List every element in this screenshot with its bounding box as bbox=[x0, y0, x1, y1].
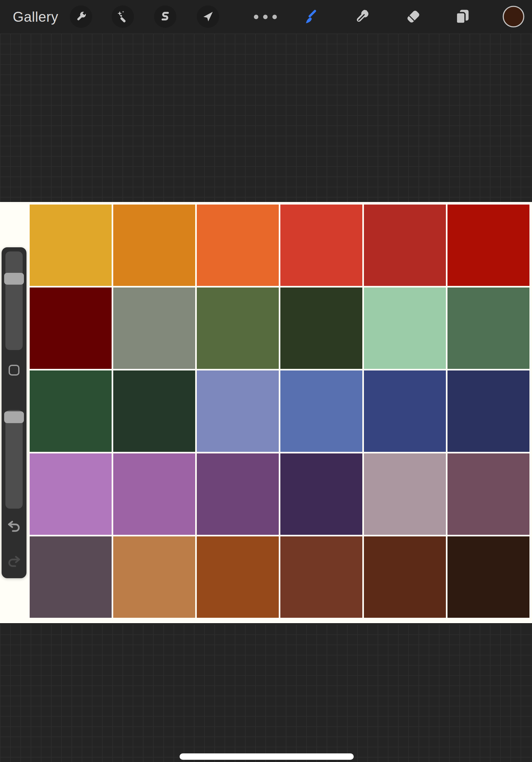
color-button[interactable] bbox=[502, 5, 525, 28]
color-swatch-r3c1[interactable] bbox=[30, 370, 112, 452]
top-toolbar: Gallery bbox=[0, 0, 532, 34]
color-swatch-r4c1[interactable] bbox=[30, 453, 112, 535]
layers-button[interactable] bbox=[451, 5, 474, 28]
color-swatch-r4c3[interactable] bbox=[197, 453, 279, 535]
more-options-button[interactable] bbox=[254, 0, 277, 34]
adjustments-button[interactable] bbox=[112, 5, 134, 28]
magic-wand-icon bbox=[116, 10, 129, 23]
brush-opacity-slider-handle[interactable] bbox=[4, 411, 24, 423]
color-swatch-r1c2[interactable] bbox=[113, 204, 195, 286]
palette-grid bbox=[30, 204, 529, 618]
ellipsis-icon bbox=[254, 15, 258, 19]
transform-button[interactable] bbox=[197, 5, 219, 28]
undo-icon bbox=[7, 520, 21, 534]
brush-size-slider[interactable] bbox=[5, 252, 23, 350]
layers-icon bbox=[454, 8, 471, 25]
color-swatch-r3c5[interactable] bbox=[364, 370, 446, 452]
color-swatch-r3c4[interactable] bbox=[280, 370, 362, 452]
color-swatch-r5c5[interactable] bbox=[364, 536, 446, 618]
canvas-surround-bottom bbox=[0, 623, 532, 762]
home-indicator[interactable] bbox=[179, 753, 354, 760]
selection-s-icon bbox=[159, 10, 171, 23]
brush-opacity-slider[interactable] bbox=[5, 410, 23, 509]
transform-arrow-icon bbox=[202, 10, 214, 23]
color-swatch-r2c6[interactable] bbox=[447, 287, 529, 369]
color-swatch-r5c1[interactable] bbox=[30, 536, 112, 618]
color-swatch-circle bbox=[502, 5, 525, 29]
color-swatch-r1c1[interactable] bbox=[30, 204, 112, 286]
canvas-surround-top bbox=[0, 34, 532, 203]
color-swatch-r4c4[interactable] bbox=[280, 453, 362, 535]
color-swatch-r3c6[interactable] bbox=[447, 370, 529, 452]
ellipsis-icon bbox=[263, 15, 268, 19]
color-swatch-r2c1[interactable] bbox=[30, 287, 112, 369]
actions-button[interactable] bbox=[70, 5, 92, 28]
drawing-canvas[interactable] bbox=[0, 202, 532, 623]
eraser-icon bbox=[405, 8, 422, 25]
smudge-button[interactable] bbox=[352, 5, 374, 28]
smudge-icon bbox=[355, 8, 372, 25]
color-swatch-r3c3[interactable] bbox=[197, 370, 279, 452]
eraser-button[interactable] bbox=[402, 5, 425, 28]
color-swatch-r5c3[interactable] bbox=[197, 536, 279, 618]
redo-icon bbox=[7, 555, 21, 569]
redo-button[interactable] bbox=[7, 555, 21, 569]
gallery-button[interactable]: Gallery bbox=[13, 0, 58, 34]
color-swatch-r4c6[interactable] bbox=[447, 453, 529, 535]
brush-sidebar bbox=[2, 247, 27, 578]
color-swatch-r5c4[interactable] bbox=[280, 536, 362, 618]
color-swatch-r3c2[interactable] bbox=[113, 370, 195, 452]
undo-button[interactable] bbox=[7, 520, 21, 534]
color-swatch-r1c3[interactable] bbox=[197, 204, 279, 286]
color-swatch-r2c3[interactable] bbox=[197, 287, 279, 369]
color-swatch-r1c5[interactable] bbox=[364, 204, 446, 286]
modify-button[interactable] bbox=[9, 365, 20, 376]
ellipsis-icon bbox=[272, 15, 277, 19]
color-swatch-r2c2[interactable] bbox=[113, 287, 195, 369]
paint-brush-button[interactable] bbox=[301, 5, 323, 28]
color-swatch-r5c6[interactable] bbox=[447, 536, 529, 618]
procreate-canvas-screen: Gallery bbox=[0, 0, 532, 762]
color-swatch-r5c2[interactable] bbox=[113, 536, 195, 618]
color-swatch-r4c2[interactable] bbox=[113, 453, 195, 535]
paint-brush-icon bbox=[303, 8, 321, 26]
gallery-label: Gallery bbox=[13, 9, 58, 25]
selection-button[interactable] bbox=[154, 5, 176, 28]
color-swatch-r2c5[interactable] bbox=[364, 287, 446, 369]
color-swatch-r1c6[interactable] bbox=[447, 204, 529, 286]
color-swatch-r2c4[interactable] bbox=[280, 287, 362, 369]
brush-size-slider-handle[interactable] bbox=[4, 273, 24, 285]
color-swatch-r1c4[interactable] bbox=[280, 204, 362, 286]
color-swatch-r4c5[interactable] bbox=[364, 453, 446, 535]
wrench-icon bbox=[75, 10, 87, 23]
